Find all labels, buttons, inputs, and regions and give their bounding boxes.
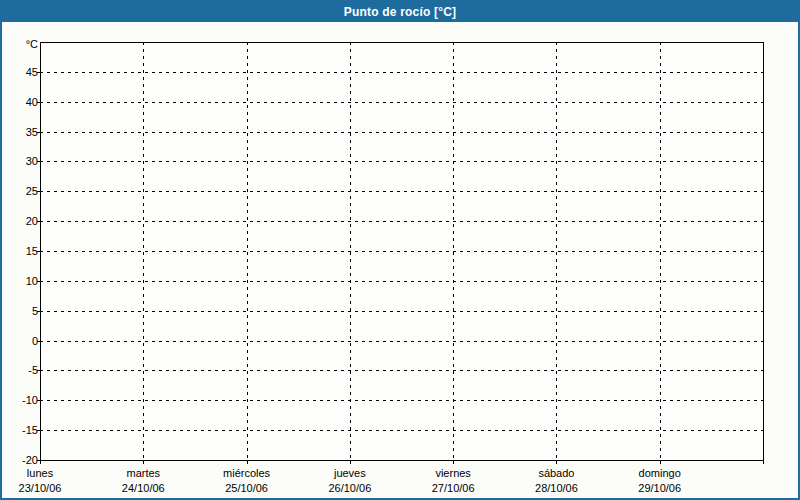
plot-area [41,43,764,461]
x-date-label: 23/10/06 [19,483,62,494]
y-axis-unit-label: °C [4,39,38,50]
x-date-label: 26/10/06 [328,483,371,494]
y-tick-label: 5 [4,306,38,317]
y-tick-label: 30 [4,156,38,167]
y-tick-label: -10 [4,395,38,406]
x-day-label: jueves [334,468,366,479]
x-date-label: 24/10/06 [122,483,165,494]
y-tick-label: 0 [4,336,38,347]
x-day-label: sábado [538,468,574,479]
y-tick-label: 35 [4,127,38,138]
x-day-label: lunes [27,468,53,479]
y-tick-label: -20 [4,455,38,466]
x-day-label: viernes [435,468,470,479]
y-tick-label: 20 [4,216,38,227]
x-date-label: 27/10/06 [432,483,475,494]
x-day-label: miércoles [223,468,270,479]
y-tick-label: 15 [4,246,38,257]
x-date-label: 29/10/06 [638,483,681,494]
y-tick-label: 10 [4,276,38,287]
y-tick-label: -5 [4,365,38,376]
chart-window: Punto de rocío [°C] °C 45403530252015105… [0,0,800,500]
x-day-label: domingo [639,468,681,479]
y-tick-label: 25 [4,186,38,197]
x-date-label: 28/10/06 [535,483,578,494]
y-tick-label: 45 [4,67,38,78]
y-tick-label: -15 [4,425,38,436]
y-tick-label: 40 [4,97,38,108]
x-day-label: martes [126,468,160,479]
x-date-label: 25/10/06 [225,483,268,494]
plot-grid-canvas [2,2,798,498]
